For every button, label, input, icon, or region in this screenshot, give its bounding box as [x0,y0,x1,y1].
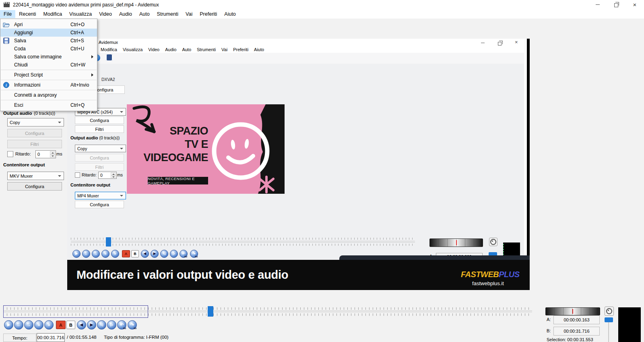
prev-black-frame-button[interactable]: ◀ [77,320,86,330]
inner-window-title: Avidemux [99,40,118,45]
title-bar: 220414_montaggio video avidemux primi pa… [0,0,644,9]
inner-ritardo-unit: ms [117,172,123,177]
file-menu-connetti-avsproxy[interactable]: Connetti a avsproxy [0,91,97,99]
timeline-position-handle[interactable] [208,306,213,317]
marker-a-button[interactable]: A [56,321,66,329]
inner-container-format-select: MP4 Muxer [75,192,126,199]
menu-separator [1,100,97,100]
menu-audio[interactable]: Audio [116,10,136,18]
menu-bar: File Recenti Modifica Visualizza Video A… [0,9,644,19]
menu-vai[interactable]: Vai [182,10,196,18]
thumbnail-title: SPAZIO TV E VIDEOGAME [139,124,208,164]
restore-button[interactable] [607,0,625,9]
timeline-selection [3,305,148,318]
back-60s-button[interactable]: ↶60 [117,320,126,330]
spin-down-icon[interactable] [50,154,55,158]
brand-plus: PLUS [499,270,519,279]
ritardo-spinner[interactable]: 0 [35,150,56,158]
file-menu-salva-come-immagine[interactable]: Salva come immagine [0,53,97,61]
save-icon [3,37,10,44]
open-folder-icon [3,21,10,28]
speaker-button[interactable] [605,307,614,316]
menu-visualizza[interactable]: Visualizza [66,10,95,18]
next-black-frame-button[interactable]: ▶ [87,320,96,330]
inner-timeline-handle [106,237,111,247]
play-button[interactable]: ▶ [4,320,13,330]
file-menu-esci[interactable]: Esci Ctrl+Q [0,101,97,109]
minimize-button[interactable] [588,0,607,9]
ritardo-label: Ritardo: [15,151,31,156]
volume-track [608,322,609,342]
ritardo-unit: ms [56,151,62,156]
container-section-label: Contenitore output [3,162,45,167]
app-icon [4,2,10,7]
menu-file[interactable]: File [0,10,15,18]
inner-timeline [71,237,415,247]
inner-container-label: Contenitore output [70,182,110,187]
file-menu-informazioni[interactable]: i Informazioni Alt+Invio [0,81,97,89]
spin-up-icon[interactable] [50,151,55,154]
inner-container-configura: Configura [75,201,124,208]
menu-modifica[interactable]: Modifica [40,10,66,18]
next-keyframe-button[interactable]: ▷ [107,320,116,330]
transport-bar: ▶ ← → « » A B ◀ ▶ ◁ ▷ ↶60 ↷60 [0,320,145,330]
inner-menu-bar: Modifica Visualizza Video Audio Auto Str… [67,46,524,53]
prev-keyframe-button[interactable]: ◁ [97,320,106,330]
restore-icon [614,3,618,7]
inner-restore-icon [498,42,502,46]
menu-separator [1,90,97,90]
file-menu-aggiungi[interactable]: Aggiungi Ctrl+A [0,29,97,37]
b-marker-label: B: [547,328,551,333]
inner-ritardo-checkbox [75,172,80,178]
time-current-field[interactable]: 00:00:31.716 [37,333,65,342]
inner-close-icon: × [515,39,518,45]
tempo-button[interactable]: Tempo: [3,334,36,342]
shuttle-control[interactable] [545,307,600,315]
caption-text: Modificare i valori output video e audio [76,268,288,282]
file-menu-project-script[interactable]: Project Script [0,71,97,79]
selection-label: Selection: 00:00:31.553 [547,337,593,342]
minimize-icon [596,4,600,5]
audio-configura-button[interactable]: Configura [7,129,62,137]
b-marker-field[interactable]: 00:00:31.716 [553,327,600,336]
shuttle-needle [572,309,573,314]
main-timeline[interactable] [0,304,535,318]
menu-strumenti[interactable]: Strumenti [153,10,182,18]
inner-video-configura: Configura [75,116,124,124]
video-thumbnail: SPAZIO TV E VIDEOGAME NOVITÀ, RECENSIONI… [127,104,285,194]
file-menu-chiudi[interactable]: Chiudi Ctrl+W [0,61,97,69]
container-format-select[interactable]: MKV Muxer [7,172,64,180]
video-preview[interactable]: Avidemux × Modifica Visualizza Video Aud… [67,39,530,290]
inner-decoder-label: DXVA2 [101,77,115,82]
submenu-arrow-icon [91,73,93,77]
menu-video[interactable]: Video [95,10,116,18]
step-back-button[interactable]: ← [14,320,23,330]
close-button[interactable]: × [625,0,644,9]
forward-60s-button[interactable]: ↷60 [128,320,137,330]
a-marker-field[interactable]: 00:00:00.163 [553,315,600,324]
menu-preferiti[interactable]: Preferiti [196,10,221,18]
inner-audio-filtri: Filtri [75,163,124,171]
close-icon: × [633,2,637,8]
submenu-arrow-icon [91,55,93,58]
info-icon: i [3,82,10,88]
inner-audio-configura: Configura [75,154,124,162]
step-forward-button[interactable]: → [24,320,33,330]
inner-ritardo-label: Ritardo: [82,172,97,177]
file-menu-apri[interactable]: Apri Ctrl+O [0,21,97,29]
audio-codec-select[interactable]: Copy [7,118,64,126]
container-configura-button[interactable]: Configura [7,182,62,191]
fast-back-button[interactable]: « [34,320,43,330]
ritardo-checkbox[interactable] [7,151,13,157]
thumbnail-badge: NOVITÀ, RECENSIONI E GAMEPLAY [148,177,208,184]
fast-forward-button[interactable]: » [44,320,54,330]
marker-b-button[interactable]: B [66,321,75,329]
volume-handle[interactable] [605,317,613,322]
file-menu-salva[interactable]: Salva Ctrl+S [0,37,97,45]
menu-aiuto[interactable]: Aiuto [221,10,239,18]
file-menu-coda[interactable]: Coda Ctrl+U [0,45,97,53]
menu-recenti[interactable]: Recenti [15,10,39,18]
menu-auto[interactable]: Auto [136,10,153,18]
file-menu: Apri Ctrl+O Aggiungi Ctrl+A Salva Ctrl+S… [0,19,97,111]
audio-filtri-button[interactable]: Filtri [7,140,62,148]
